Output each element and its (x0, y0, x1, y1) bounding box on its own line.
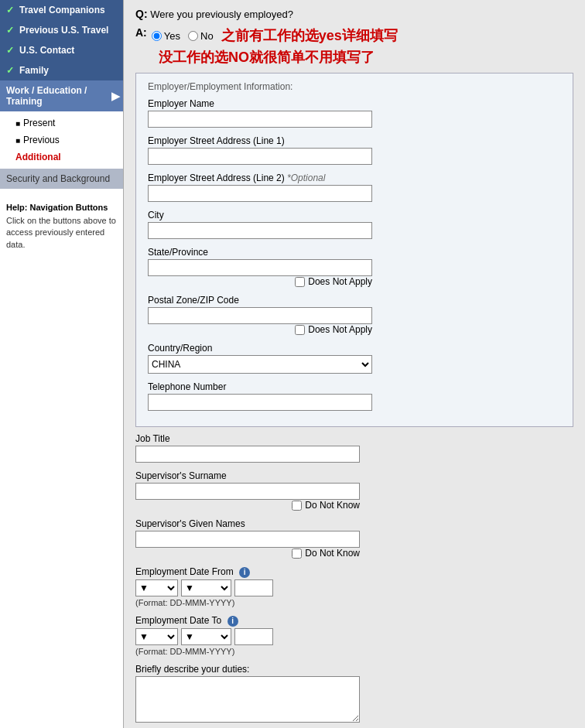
state-province-group: State/Province Does Not Apply (148, 247, 561, 287)
check-icon: ✓ (6, 65, 14, 76)
employment-date-from-label: Employment Date From i (135, 566, 573, 578)
emp-from-format-hint: (Format: DD-MMM-YYYY) (135, 598, 573, 607)
employment-date-to-label: Employment Date To i (135, 615, 573, 627)
supervisor-surname-group: Supervisor's Surname Do Not Know (135, 470, 573, 511)
yes-option[interactable]: Yes (152, 30, 180, 42)
sidebar-item-previous-us-travel[interactable]: ✓ Previous U.S. Travel (0, 20, 123, 40)
employment-date-to-group: Employment Date To i ▼ 0102030405 060708… (135, 615, 573, 656)
telephone-input[interactable] (148, 394, 372, 411)
bullet-icon: ■ (15, 136, 20, 145)
state-does-not-apply-checkbox[interactable] (295, 277, 305, 287)
no-radio[interactable] (188, 31, 198, 41)
annotation-yes: 之前有工作的选yes详细填写 (221, 26, 398, 45)
duties-label: Briefly describe your duties: (135, 664, 573, 675)
duties-group: Briefly describe your duties: (135, 664, 573, 725)
telephone-group: Telephone Number (148, 381, 561, 411)
postal-does-not-apply-checkbox[interactable] (295, 325, 305, 335)
postal-group: Postal Zone/ZIP Code Does Not Apply (148, 295, 561, 335)
sidebar-item-us-contact[interactable]: ✓ U.S. Contact (0, 40, 123, 60)
country-label: Country/Region (148, 343, 561, 354)
state-does-not-apply-label: Does Not Apply (308, 276, 372, 287)
sidebar-item-work-education[interactable]: Work / Education / Training ▶ (0, 80, 123, 111)
annotation2-row: 没工作的选NO就很简单不用填写了 (159, 48, 573, 67)
info-icon-from[interactable]: i (239, 567, 250, 578)
help-text: Click on the buttons above to access pre… (6, 215, 117, 251)
supervisor-given-names-input[interactable] (135, 531, 360, 548)
employer-street1-label: Employer Street Address (Line 1) (148, 135, 561, 146)
emp-to-day-select[interactable]: ▼ 0102030405 0607080910 1112131415 16171… (135, 628, 178, 645)
employment-date-from-group: Employment Date From i ▼ 0102030405 0607… (135, 566, 573, 607)
help-box: Help: Navigation Buttons Click on the bu… (0, 197, 123, 257)
sidebar-item-family[interactable]: ✓ Family (0, 60, 123, 80)
q-label: Q: (135, 8, 148, 20)
country-select[interactable]: CHINA UNITED STATES CANADA UNITED KINGDO… (148, 355, 372, 374)
sidebar-sub-present[interactable]: ■ Present (0, 114, 123, 132)
supervisor-given-names-dnt-checkbox[interactable] (292, 549, 302, 559)
state-province-input[interactable] (148, 259, 372, 276)
postal-dna-row: Does Not Apply (148, 324, 372, 335)
supervisor-surname-input[interactable] (135, 483, 360, 500)
supervisor-given-names-dnt-row: Do Not Know (135, 548, 360, 559)
employer-street2-input[interactable] (148, 185, 372, 202)
supervisor-surname-label: Supervisor's Surname (135, 470, 573, 481)
no-option[interactable]: No (188, 30, 214, 42)
check-icon: ✓ (6, 45, 14, 56)
supervisor-surname-dnt-row: Do Not Know (135, 500, 360, 511)
postal-label: Postal Zone/ZIP Code (148, 295, 561, 306)
check-icon: ✓ (6, 5, 14, 15)
country-group: Country/Region CHINA UNITED STATES CANAD… (148, 343, 561, 374)
sidebar-item-security-background[interactable]: Security and Background (0, 169, 123, 189)
bullet-icon: ■ (15, 119, 20, 128)
supervisor-given-names-label: Supervisor's Given Names (135, 518, 573, 529)
job-title-input[interactable] (135, 446, 360, 463)
state-province-label: State/Province (148, 247, 561, 258)
sidebar-item-travel-companions[interactable]: ✓ Travel Companions (0, 0, 123, 20)
employer-street1-group: Employer Street Address (Line 1) (148, 135, 561, 165)
employer-street2-group: Employer Street Address (Line 2) *Option… (148, 173, 561, 202)
sidebar-subitems: ■ Present ■ Previous Additional (0, 111, 123, 169)
emp-to-format-hint: (Format: DD-MMM-YYYY) (135, 647, 573, 656)
state-dna-row: Does Not Apply (148, 276, 372, 287)
emp-from-month-select[interactable]: ▼ JANFEBMARAPR MAYJUNJULAUG SEPOCTNOVDEC (181, 579, 231, 596)
emp-to-month-select[interactable]: ▼ JANFEBMARAPR MAYJUNJULAUG SEPOCTNOVDEC (181, 628, 231, 645)
emp-from-year-input[interactable] (234, 579, 273, 596)
employer-name-group: Employer Name (148, 98, 561, 128)
question-block: Q: Were you previously employed? (135, 8, 573, 20)
check-icon: ✓ (6, 25, 14, 36)
supervisor-given-names-dnt-label: Do Not Know (305, 548, 360, 559)
postal-input[interactable] (148, 307, 372, 324)
employer-street2-label: Employer Street Address (Line 2) *Option… (148, 173, 561, 183)
employer-section: Employer/Employment Information: Employe… (135, 73, 573, 427)
emp-from-day-select[interactable]: ▼ 0102030405 0607080910 1112131415 16171… (135, 579, 178, 596)
postal-does-not-apply-label: Does Not Apply (308, 324, 372, 335)
job-title-group: Job Title (135, 433, 573, 463)
employer-info-title: Employer/Employment Information: (148, 81, 561, 92)
sidebar-sub-additional[interactable]: Additional (0, 149, 123, 166)
employment-date-from-row: ▼ 0102030405 0607080910 1112131415 16171… (135, 579, 573, 596)
employer-name-label: Employer Name (148, 98, 561, 109)
supervisor-surname-dnt-label: Do Not Know (305, 500, 360, 511)
help-title: Help: Navigation Buttons (6, 203, 117, 212)
city-input[interactable] (148, 222, 372, 239)
answer-row: A: Yes No 之前有工作的选yes详细填写 (135, 26, 573, 46)
sidebar-sub-previous[interactable]: ■ Previous (0, 132, 123, 149)
supervisor-surname-dnt-checkbox[interactable] (292, 501, 302, 511)
a-label: A: (135, 26, 147, 39)
supervisor-given-names-group: Supervisor's Given Names Do Not Know (135, 518, 573, 559)
annotation-no: 没工作的选NO就很简单不用填写了 (159, 50, 375, 65)
radio-group: Yes No 之前有工作的选yes详细填写 (152, 26, 398, 45)
yes-radio[interactable] (152, 31, 162, 41)
job-title-label: Job Title (135, 433, 573, 444)
yes-no-group: Yes No 之前有工作的选yes详细填写 (152, 26, 398, 46)
question-text: Were you previously employed? (150, 9, 293, 20)
info-icon-to[interactable]: i (228, 616, 238, 627)
city-label: City (148, 210, 561, 220)
employer-name-input[interactable] (148, 111, 372, 128)
sidebar: ✓ Travel Companions ✓ Previous U.S. Trav… (0, 0, 124, 728)
employer-street1-input[interactable] (148, 148, 372, 165)
main-content: Q: Were you previously employed? A: Yes … (124, 0, 585, 728)
outer-fields: Job Title Supervisor's Surname Do Not Kn… (135, 433, 573, 725)
chevron-right-icon: ▶ (111, 90, 120, 102)
emp-to-year-input[interactable] (234, 628, 273, 645)
duties-textarea[interactable] (135, 676, 360, 723)
